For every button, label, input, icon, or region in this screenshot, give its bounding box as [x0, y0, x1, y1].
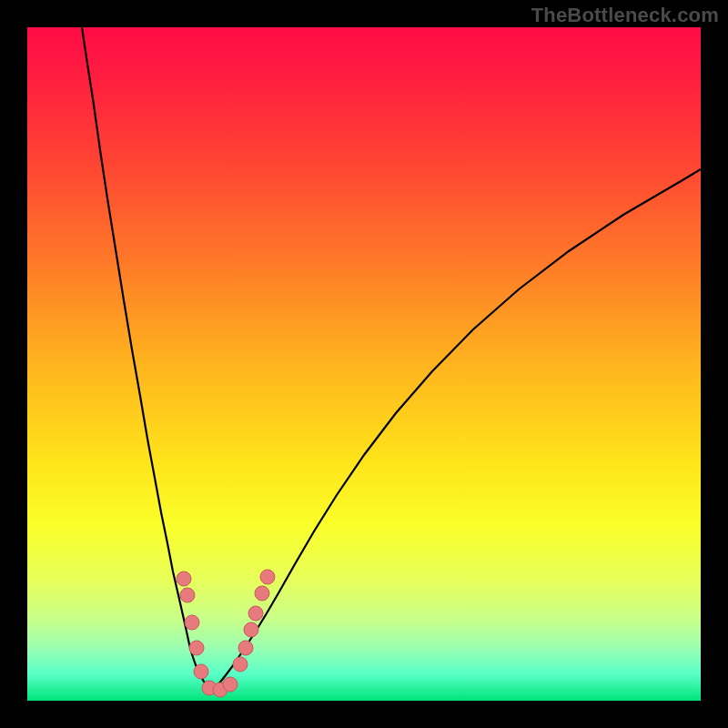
data-marker — [260, 570, 275, 584]
curve-right-branch — [212, 169, 701, 692]
marker-group — [177, 570, 275, 697]
data-marker — [177, 571, 191, 586]
data-marker — [233, 657, 248, 672]
data-marker — [238, 641, 253, 655]
data-marker — [223, 677, 238, 692]
outer-frame: TheBottleneck.com — [0, 0, 728, 728]
chart-svg — [27, 27, 701, 701]
data-marker — [248, 606, 263, 621]
data-marker — [194, 664, 208, 679]
data-marker — [255, 586, 269, 601]
data-marker — [185, 615, 199, 630]
data-marker — [244, 622, 258, 637]
watermark-text: TheBottleneck.com — [531, 4, 719, 27]
data-marker — [189, 641, 204, 655]
plot-area — [27, 27, 701, 701]
data-marker — [180, 588, 195, 602]
